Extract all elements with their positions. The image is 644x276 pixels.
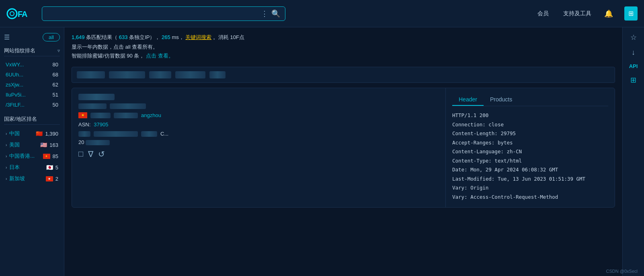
card-left: ★ angzhou ASN: 37905 C... (72, 88, 446, 207)
card-num-row: 20 (78, 139, 439, 145)
blur-block-1 (77, 71, 105, 78)
fingerprint-count-3: 51 (53, 92, 58, 98)
header-line-2: Content-Length: 29795 (452, 129, 608, 138)
sidebar-filter-row: ☰ all (4, 33, 60, 41)
china-flag-icon: ★ (78, 112, 87, 118)
search-input[interactable]: body="铭飞MCMS" || body="/mdiy/formData/sa… (47, 10, 258, 17)
cert-suffix: C... (160, 131, 168, 137)
results-summary: 1,649 条匹配结果（ 633 条独立IP）， 265 ms， 关键词搜索 。… (72, 34, 615, 41)
content-area: 1,649 条匹配结果（ 633 条独立IP）， 265 ms， 关键词搜索 。… (64, 27, 622, 276)
country-name-0: 中国 (9, 130, 33, 137)
domain-full-blur (94, 131, 138, 137)
flag-icon-1: 🇺🇸 (40, 142, 47, 148)
region-blur (90, 113, 111, 118)
header-line-7: Last-Modified: Tue, 13 Jun 2023 01:51:39… (452, 175, 608, 184)
api-button[interactable]: API (629, 63, 638, 69)
flag-icon-2: ✦ (43, 154, 50, 159)
header-line-1: Connection: close (452, 120, 608, 130)
country-section-title: 国家/地区排名 (4, 115, 60, 125)
city-link[interactable]: angzhou (141, 112, 161, 118)
asn-value[interactable]: 37905 (94, 122, 108, 128)
chevron-icon-2: › (6, 154, 7, 159)
click-view-link[interactable]: 点击 查看。 (146, 53, 174, 59)
main-layout: ☰ all 网站指纹排名 ▿ VxWY... 80 6UUh... 68 zsX… (0, 27, 644, 276)
country-count-0: 1,390 (45, 131, 58, 137)
fingerprint-filter-icon[interactable]: ▿ (57, 48, 60, 54)
country-name-4: 新加坡 (9, 175, 43, 182)
fingerprint-label-0: VxWY... (6, 62, 24, 68)
card-ip-row (78, 94, 439, 100)
fingerprint-item-1[interactable]: 6UUh... 68 (4, 70, 60, 80)
country-item-4[interactable]: › 新加坡 ★ 2 (4, 173, 60, 184)
country-count-1: 163 (49, 142, 58, 148)
blur-block-2 (109, 71, 145, 78)
logo: FA (6, 6, 31, 22)
fingerprint-item-2[interactable]: zsXjw... 62 (4, 80, 60, 90)
grid-view-button[interactable]: ⊞ (624, 6, 638, 21)
country-item-2[interactable]: › 中国香港... ✦ 85 (4, 150, 60, 162)
chevron-icon-0: › (6, 132, 7, 136)
svg-point-1 (10, 12, 14, 16)
fingerprint-item-3[interactable]: IluPv5i... 51 (4, 90, 60, 100)
country-name-1: 美国 (9, 141, 38, 148)
country-item-1[interactable]: › 美国 🇺🇸 163 (4, 139, 60, 150)
total-results: 1,649 (72, 34, 85, 40)
right-toolbar: ☆ ↓ API ⊞ (622, 27, 644, 276)
filter-icon[interactable]: ☰ (4, 33, 10, 41)
preview-bar (72, 67, 615, 83)
header-line-6: Date: Mon, 29 Apr 2024 06:08:32 GMT (452, 165, 608, 175)
cert-blur (141, 131, 157, 137)
star-icon[interactable]: ☆ (630, 33, 637, 42)
header-line-9: Vary: Access-Control-Request-Method (452, 193, 608, 202)
chevron-icon-1: › (6, 143, 7, 147)
search-bar[interactable]: body="铭飞MCMS" || body="/mdiy/formData/sa… (42, 6, 285, 21)
card-asn-row: ASN: 37905 (78, 122, 439, 128)
country-item-3[interactable]: › 日本 🇯🇵 5 (4, 162, 60, 173)
fingerprint-item-0[interactable]: VxWY... 80 (4, 60, 60, 70)
grid-icon[interactable]: ⊞ (630, 76, 636, 84)
country-label: 国家/地区排名 (4, 115, 37, 123)
download-icon[interactable]: ↓ (632, 48, 635, 57)
card-domain-blur-row (78, 103, 439, 109)
header-line-0: HTTP/1.1 200 (452, 111, 608, 120)
ip-blur (78, 94, 115, 100)
country-item-0[interactable]: › 中国 🇨🇳 1,390 (4, 128, 60, 139)
results-sub-2: 智能排除蜜罐/仿冒数据 90 条， 点击 查看。 (72, 52, 615, 60)
fingerprint-label-3: IluPv5i... (6, 92, 26, 98)
chevron-icon-3: › (6, 165, 7, 170)
bell-icon[interactable]: 🔔 (604, 9, 613, 18)
card-right: Header Products HTTP/1.1 200 Connection:… (446, 88, 615, 207)
tab-header[interactable]: Header (452, 94, 484, 106)
time-ms: 265 (162, 34, 170, 40)
nav-membership[interactable]: 会员 (537, 10, 549, 17)
more-options-icon[interactable]: ⋮ (261, 9, 268, 18)
all-filter-badge[interactable]: all (43, 33, 60, 41)
flag-icon-0: 🇨🇳 (36, 130, 43, 137)
fingerprint-label: 网站指纹排名 (4, 47, 35, 54)
svg-text:FA: FA (18, 10, 27, 19)
cube-icon[interactable]: ∇ (88, 149, 93, 159)
refresh-icon[interactable]: ↺ (98, 149, 105, 159)
card-city-row: ★ angzhou (78, 112, 439, 118)
fingerprint-label-4: /3FtLF... (6, 102, 25, 108)
country-count-4: 2 (55, 176, 58, 182)
results-sub-1: 显示一年内数据，点击 all 查看所有。 (72, 43, 615, 51)
country-name-2: 中国香港... (9, 152, 40, 160)
result-card: ★ angzhou ASN: 37905 C... (72, 88, 615, 208)
fingerprint-item-4[interactable]: /3FtLF... 50 (4, 100, 60, 110)
search-icon[interactable]: 🔍 (271, 9, 280, 18)
asn-label: ASN: (78, 122, 90, 128)
num-blur (86, 140, 110, 145)
code-icon[interactable]: □ (78, 149, 83, 159)
country-count-3: 5 (55, 165, 58, 171)
tab-products[interactable]: Products (484, 94, 519, 106)
blur-block-4 (175, 71, 205, 78)
flag-icon-4: ★ (46, 176, 53, 181)
svg-point-0 (7, 9, 17, 19)
fingerprint-count-0: 80 (53, 62, 58, 68)
navbar: FA body="铭飞MCMS" || body="/mdiy/formData… (0, 0, 644, 27)
fingerprint-count-4: 50 (53, 102, 58, 108)
num-prefix: 20 (78, 139, 84, 145)
keyword-search-link[interactable]: 关键词搜索 (185, 34, 211, 40)
nav-tools[interactable]: 支持及工具 (563, 10, 591, 17)
